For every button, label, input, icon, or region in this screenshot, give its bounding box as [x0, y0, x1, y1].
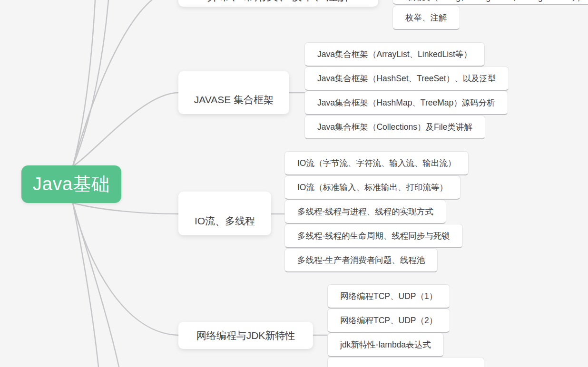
connector-root-to-branch-2 — [73, 203, 178, 214]
leaf-node[interactable]: Java集合框架（ArrayList、LinkedList等） — [304, 42, 485, 67]
branch-node-misc[interactable]: 异常、常用类、枚举、注解 — [178, 0, 378, 7]
leaf-node-label: 多线程-生产者消费者问题、线程池 — [297, 254, 425, 266]
branch-node-network-jdk[interactable]: 网络编程与JDK新特性 — [178, 322, 313, 349]
branch-node-javase-label: JAVASE 集合框架 — [194, 93, 274, 106]
branch-node-io-threads[interactable]: IO流、多线程 — [178, 192, 271, 235]
branch-node-javase-collections[interactable]: JAVASE 集合框架 — [178, 71, 289, 114]
leaf-node-label: jdk新特性-lambda表达式 — [340, 339, 431, 350]
leaf-node[interactable]: IO流（标准输入、标准输出、打印流等） — [284, 175, 461, 200]
leaf-node[interactable]: jdk新特性-lambda表达式 — [327, 333, 444, 357]
leaf-node[interactable]: 常用类（String、StringBuffer、StringBuilder等） — [392, 0, 588, 5]
root-node-label: Java基础 — [33, 172, 110, 196]
leaf-node-label: Java集合框架（HashMap、TreeMap）源码分析 — [317, 97, 495, 108]
branch-node-io-label: IO流、多线程 — [195, 214, 255, 228]
leaf-node-label: Java集合框架（Collections）及File类讲解 — [317, 121, 472, 133]
connector-root-to-branch-3 — [73, 203, 178, 335]
root-node[interactable]: Java基础 — [21, 165, 121, 203]
leaf-node-label: IO流（标准输入、标准输出、打印流等） — [297, 182, 448, 193]
mindmap-canvas: Java基础 异常、常用类、枚举、注解 常用类（String、StringBuf… — [0, 0, 588, 367]
leaf-node[interactable] — [327, 357, 484, 367]
branch-node-network-label: 网络编程与JDK新特性 — [196, 329, 295, 342]
leaf-node[interactable]: 多线程-生产者消费者问题、线程池 — [284, 248, 438, 272]
leaf-node[interactable]: 多线程-线程的生命周期、线程同步与死锁 — [284, 224, 463, 248]
leaf-node[interactable]: Java集合框架（Collections）及File类讲解 — [304, 115, 485, 139]
leaf-node[interactable]: Java集合框架（HashSet、TreeSet）、以及泛型 — [304, 67, 509, 91]
connector-root-to-branch-1 — [73, 93, 178, 166]
leaf-node-label: Java集合框架（HashSet、TreeSet）、以及泛型 — [317, 73, 496, 84]
connector-root-offscreen-bottom-1 — [73, 203, 98, 367]
leaf-node-label: 网络编程TCP、UDP（2） — [340, 315, 437, 326]
leaf-node-label: 多线程-线程的生命周期、线程同步与死锁 — [297, 230, 450, 241]
leaf-node[interactable]: 网络编程TCP、UDP（1） — [327, 284, 450, 309]
leaf-node-label: IO流（字节流、字符流、输入流、输出流） — [297, 157, 456, 169]
leaf-node-label: Java集合框架（ArrayList、LinkedList等） — [317, 48, 472, 60]
leaf-node[interactable]: 多线程-线程与进程、线程的实现方式 — [284, 200, 446, 224]
leaf-node-label: 枚举、注解 — [405, 12, 447, 23]
leaf-node-label: 网络编程TCP、UDP（1） — [340, 290, 437, 302]
connector-root-to-branch-0 — [73, 0, 178, 166]
leaf-node[interactable]: IO流（字节流、字符流、输入流、输出流） — [284, 151, 469, 175]
branch-node-misc-label: 异常、常用类、枚举、注解 — [207, 0, 350, 4]
leaf-node-label: 常用类（String、StringBuffer、StringBuilder等） — [405, 0, 585, 3]
leaf-node[interactable]: 枚举、注解 — [392, 6, 460, 30]
leaf-node[interactable]: 网络编程TCP、UDP（2） — [327, 309, 450, 333]
connector-root-offscreen-top-1 — [73, 0, 95, 166]
leaf-node[interactable]: Java集合框架（HashMap、TreeMap）源码分析 — [304, 91, 508, 115]
leaf-node-label: 多线程-线程与进程、线程的实现方式 — [297, 206, 433, 217]
